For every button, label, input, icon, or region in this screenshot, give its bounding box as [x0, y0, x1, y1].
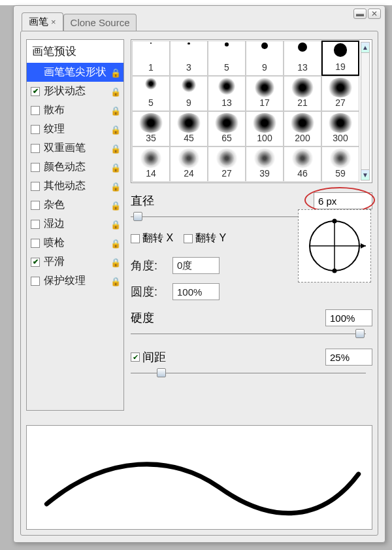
spacing-checkbox[interactable]: ✔间距: [131, 349, 166, 365]
sidebar-item-2[interactable]: 散布🔒: [27, 101, 123, 120]
brush-tip-icon: [327, 78, 353, 97]
lock-icon: 🔒: [110, 87, 120, 96]
brush-cell-100[interactable]: 100: [246, 111, 284, 146]
sidebar-item-8[interactable]: 湿边🔒: [27, 215, 123, 233]
close-button[interactable]: ✕: [368, 9, 381, 19]
svg-marker-3: [361, 243, 366, 249]
roundness-input[interactable]: 100%: [172, 283, 220, 300]
brush-cell-200[interactable]: 200: [284, 111, 321, 146]
brush-cell-5[interactable]: 5: [132, 76, 170, 111]
brush-cell-300[interactable]: 300: [321, 111, 359, 146]
brush-cell-35[interactable]: 35: [132, 111, 170, 146]
lock-icon: 🔒: [110, 258, 120, 267]
spacing-input[interactable]: 25%: [325, 349, 372, 366]
flip-y-checkbox[interactable]: 翻转 Y: [184, 232, 226, 245]
diameter-label: 直径: [131, 193, 172, 209]
sidebar-item-10[interactable]: ✔平滑🔒: [27, 252, 123, 271]
window-controls: ▬ ✕: [353, 9, 381, 19]
checkbox-icon[interactable]: [31, 182, 40, 191]
brush-cell-19[interactable]: 19: [321, 41, 359, 76]
checkbox-icon[interactable]: [31, 220, 40, 229]
brush-cell-59[interactable]: 59: [321, 146, 359, 182]
brush-tip-icon: [253, 148, 276, 168]
brush-cell-14[interactable]: 14: [132, 146, 170, 182]
hardness-slider[interactable]: [131, 328, 366, 339]
brush-size-number: 13: [221, 97, 232, 108]
brush-tip-icon: [327, 113, 353, 133]
sidebar-item-4[interactable]: 双重画笔🔒: [27, 139, 123, 158]
checkbox-icon[interactable]: [31, 144, 40, 153]
brush-cell-45[interactable]: 45: [170, 111, 208, 146]
checkbox-icon[interactable]: ✔: [31, 258, 40, 267]
brush-cell-21[interactable]: 21: [284, 76, 321, 111]
brush-tip-icon: [298, 43, 307, 52]
minimize-button[interactable]: ▬: [353, 9, 367, 19]
sidebar-item-1[interactable]: ✔形状动态🔒: [27, 82, 123, 101]
sidebar-item-9[interactable]: 喷枪🔒: [27, 233, 123, 252]
brush-cell-39[interactable]: 39: [246, 146, 284, 182]
tab-clone-source[interactable]: Clone Source: [63, 14, 137, 31]
brush-size-number: 5: [148, 97, 154, 108]
sidebar-item-7[interactable]: 杂色🔒: [27, 196, 123, 215]
checkbox-icon[interactable]: [31, 239, 40, 248]
brush-size-number: 300: [333, 133, 348, 143]
brush-tip-icon: [291, 78, 314, 97]
sidebar-item-11[interactable]: 保护纹理🔒: [27, 271, 123, 290]
brush-size-number: 100: [257, 133, 272, 143]
tab-label: Clone Source: [71, 17, 130, 28]
checkbox-icon[interactable]: [31, 125, 40, 134]
spacing-slider[interactable]: [131, 367, 366, 379]
brush-tip-icon: [291, 148, 314, 168]
sidebar-item-label: 保护纹理: [44, 274, 110, 288]
lock-icon: 🔒: [110, 201, 120, 210]
brush-cell-5[interactable]: 5: [208, 41, 246, 76]
brush-cell-27[interactable]: 27: [321, 76, 359, 111]
brush-tip-icon: [261, 43, 268, 49]
brush-cell-65[interactable]: 65: [208, 111, 246, 146]
brush-cell-46[interactable]: 46: [284, 146, 321, 182]
brush-cell-27[interactable]: 27: [208, 146, 246, 182]
lock-icon: 🔒: [110, 125, 120, 134]
brush-presets-header[interactable]: 画笔预设: [26, 39, 124, 63]
diameter-input[interactable]: 6 px: [314, 192, 372, 209]
hardness-label: 硬度: [131, 310, 172, 326]
brush-options-list: 画笔预设 画笔笔尖形状🔒✔形状动态🔒散布🔒纹理🔒双重画笔🔒颜色动态🔒其他动态🔒杂…: [26, 39, 124, 411]
checkbox-icon[interactable]: [31, 163, 40, 172]
brush-cell-9[interactable]: 9: [246, 41, 284, 76]
sidebar-item-6[interactable]: 其他动态🔒: [27, 177, 123, 196]
brush-cell-9[interactable]: 9: [170, 76, 208, 111]
brush-cell-13[interactable]: 13: [208, 76, 246, 111]
hardness-input[interactable]: 100%: [325, 309, 372, 326]
scroll-up-icon[interactable]: ▲: [361, 43, 369, 53]
flip-x-checkbox[interactable]: 翻转 X: [131, 232, 173, 245]
sidebar-item-5[interactable]: 颜色动态🔒: [27, 158, 123, 177]
checkbox-icon[interactable]: [31, 106, 40, 115]
brush-size-number: 24: [184, 168, 194, 179]
roundness-label: 圆度:: [131, 284, 172, 300]
brush-cell-3[interactable]: 3: [170, 41, 208, 76]
brush-cell-17[interactable]: 17: [246, 76, 284, 111]
brush-cell-24[interactable]: 24: [170, 146, 208, 182]
brush-cell-1[interactable]: 1: [132, 41, 170, 76]
brush-size-number: 200: [295, 133, 310, 143]
close-icon[interactable]: ×: [51, 17, 56, 27]
brush-size-number: 39: [259, 168, 270, 179]
tab-brush[interactable]: 画笔×: [22, 12, 63, 31]
brush-grid-scrollbar[interactable]: ▲ ▼: [361, 42, 370, 180]
checkbox-icon[interactable]: ✔: [31, 87, 40, 96]
brush-tip-icon: [214, 113, 240, 133]
sidebar-item-0[interactable]: 画笔笔尖形状🔒: [27, 63, 123, 82]
sidebar-item-3[interactable]: 纹理🔒: [27, 120, 123, 139]
brush-size-grid: 1359131959131721273545651002003001424273…: [131, 39, 372, 183]
svg-point-5: [333, 269, 337, 273]
scroll-down-icon[interactable]: ▼: [361, 169, 369, 180]
brush-size-number: 21: [297, 97, 308, 108]
brush-stroke-preview: [26, 425, 372, 530]
checkbox-icon[interactable]: [31, 201, 40, 210]
brush-tip-icon: [150, 43, 152, 44]
angle-roundness-widget[interactable]: [298, 209, 371, 283]
checkbox-icon[interactable]: [31, 277, 40, 286]
brush-cell-13[interactable]: 13: [284, 41, 321, 76]
lock-icon: 🔒: [110, 182, 120, 191]
angle-input[interactable]: 0度: [172, 257, 220, 274]
